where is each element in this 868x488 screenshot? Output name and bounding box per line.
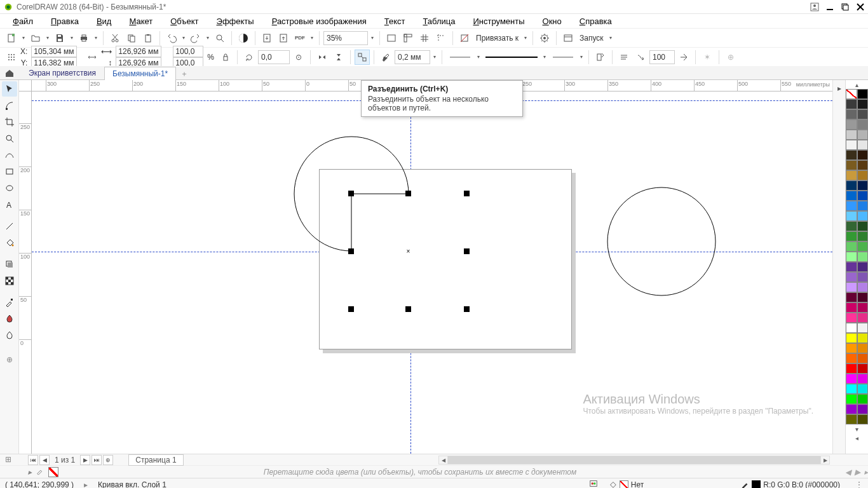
color-swatch[interactable] — [846, 394, 857, 404]
color-swatch[interactable] — [846, 109, 857, 119]
color-swatch[interactable] — [846, 313, 857, 323]
ellipse-tool[interactable] — [2, 180, 17, 196]
line-start-dd-icon[interactable]: ▾ — [475, 54, 482, 60]
launch-label[interactable]: Запуск — [577, 34, 606, 43]
status-menu-icon[interactable]: ⋮ — [855, 480, 863, 489]
eyedropper-small-icon[interactable] — [36, 466, 44, 477]
color-swatch[interactable] — [857, 404, 869, 414]
opacity-spinner-icon[interactable] — [676, 50, 691, 65]
doc-palette-menu-icon[interactable]: ▸ — [864, 468, 868, 477]
pdf-dropdown-icon[interactable]: ▾ — [309, 35, 315, 41]
sx-value[interactable]: 100,0 — [173, 46, 203, 57]
rotate-value[interactable] — [258, 50, 290, 64]
zoom-input[interactable] — [323, 31, 368, 45]
last-page-button[interactable]: ⏭ — [92, 455, 102, 465]
import-button[interactable] — [259, 30, 275, 46]
color-swatch[interactable] — [846, 119, 857, 130]
snap-to-label[interactable]: Привязать к — [473, 34, 521, 43]
text-tool[interactable]: A — [2, 197, 17, 212]
color-swatch[interactable] — [857, 119, 869, 130]
eyedropper-tool[interactable] — [2, 295, 17, 310]
options-button[interactable] — [537, 30, 552, 46]
outline-width[interactable] — [395, 50, 430, 64]
color-swatch[interactable] — [857, 384, 869, 394]
color-swatch[interactable] — [857, 363, 869, 374]
paste-button[interactable] — [140, 30, 156, 46]
color-swatch[interactable] — [846, 170, 857, 180]
palette-up-icon[interactable]: ▴ — [846, 80, 868, 89]
print-button[interactable] — [76, 30, 92, 46]
redo-button[interactable] — [188, 30, 203, 46]
color-swatch[interactable] — [857, 333, 869, 343]
color-swatch[interactable] — [846, 302, 857, 313]
color-swatch[interactable] — [846, 180, 857, 191]
color-swatch[interactable] — [846, 404, 857, 414]
line-start-style[interactable] — [446, 50, 474, 65]
color-swatch[interactable] — [846, 374, 857, 384]
hscroll-right-icon[interactable]: ▶ — [820, 456, 829, 464]
color-swatch[interactable] — [857, 353, 869, 363]
launch-dropdown-icon[interactable]: ▾ — [607, 35, 614, 41]
color-swatch[interactable] — [846, 221, 857, 231]
outline-pen-icon[interactable] — [378, 50, 393, 65]
palette-down-icon[interactable]: ▾ — [846, 424, 868, 433]
show-guides-button[interactable] — [433, 30, 449, 46]
selection-handle-ne[interactable] — [464, 191, 470, 196]
dropshadow-tool[interactable] — [2, 257, 17, 272]
color-swatch[interactable] — [846, 282, 857, 292]
selection-handle-se[interactable] — [464, 306, 470, 312]
wrap-text-button[interactable] — [593, 50, 608, 65]
tab-document[interactable]: Безымянный-1* — [104, 67, 176, 80]
fill-indicator[interactable]: Нет — [608, 480, 644, 489]
bbox-icon[interactable]: ✶ — [700, 50, 715, 65]
color-swatch[interactable] — [846, 333, 857, 343]
color-swatch[interactable] — [846, 211, 857, 221]
color-swatch[interactable] — [846, 272, 857, 282]
color-swatch[interactable] — [857, 252, 869, 262]
color-swatch[interactable] — [857, 262, 869, 272]
color-swatch[interactable] — [846, 262, 857, 272]
menu-window[interactable]: Окно — [534, 15, 571, 27]
color-swatch[interactable] — [846, 201, 857, 211]
undo-button[interactable] — [164, 30, 179, 46]
menu-help[interactable]: Справка — [571, 15, 621, 27]
color-swatch[interactable] — [846, 160, 857, 170]
color-swatch[interactable] — [846, 414, 857, 424]
color-swatch[interactable] — [857, 221, 869, 231]
w-value[interactable]: 126,926 мм — [116, 46, 161, 57]
new-tab-button[interactable]: ＋ — [179, 68, 190, 79]
menu-table[interactable]: Таблица — [414, 15, 465, 27]
palette-flyout-icon[interactable]: ◂ — [846, 433, 868, 442]
nav-expand-icon[interactable]: ⊞ — [5, 455, 11, 464]
color-swatch[interactable] — [846, 252, 857, 262]
outline-dd-icon[interactable]: ▾ — [431, 54, 438, 60]
shape-tool[interactable] — [2, 98, 17, 113]
pick-tool[interactable] — [2, 81, 17, 97]
selection-handle-s[interactable] — [405, 306, 411, 312]
page-tab-1[interactable]: Страница 1 — [128, 454, 183, 466]
color-swatch[interactable] — [857, 272, 869, 282]
horizontal-scrollbar[interactable]: ◀ ▶ — [438, 456, 830, 464]
rectangle-tool[interactable] — [2, 164, 17, 179]
menu-bitmaps[interactable]: Растровые изображения — [263, 15, 376, 27]
color-swatch[interactable] — [846, 292, 857, 302]
interactive-fill-tool[interactable] — [2, 311, 17, 327]
close-curve-button[interactable] — [616, 50, 632, 65]
menu-layout[interactable]: Макет — [120, 15, 161, 27]
menu-file[interactable]: Файл — [4, 15, 42, 27]
home-icon[interactable] — [4, 67, 15, 79]
zoom-tool[interactable] — [2, 131, 17, 146]
copy-button[interactable] — [124, 30, 139, 46]
color-swatch[interactable] — [857, 140, 869, 150]
close-button[interactable] — [853, 0, 868, 14]
print-dropdown-icon[interactable]: ▾ — [93, 35, 99, 41]
color-swatch[interactable] — [857, 282, 869, 292]
prev-page-button[interactable]: ◀ — [39, 455, 50, 465]
selection-handle-e[interactable] — [464, 248, 470, 254]
first-page-button[interactable]: ⏮ — [28, 455, 38, 465]
color-swatch[interactable] — [857, 211, 869, 221]
selection-handle-w[interactable] — [348, 248, 354, 254]
color-swatch[interactable] — [857, 201, 869, 211]
symmetry-button[interactable] — [236, 30, 251, 46]
color-swatch[interactable] — [857, 231, 869, 241]
